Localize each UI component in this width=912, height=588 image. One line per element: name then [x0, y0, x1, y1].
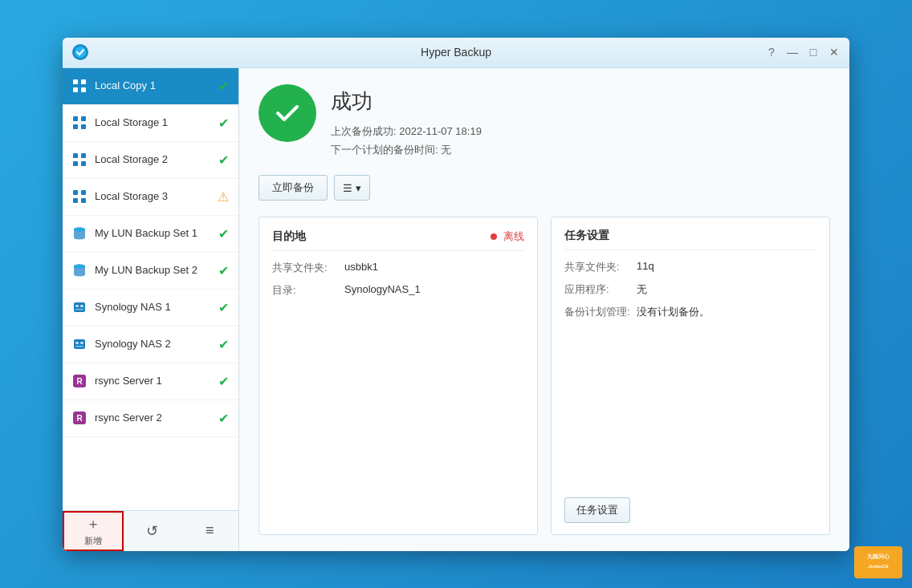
dir-value: SynologyNAS_1 — [344, 283, 421, 298]
svg-rect-25 — [75, 309, 83, 310]
share-value: usbbk1 — [344, 261, 378, 275]
svg-rect-15 — [81, 190, 86, 195]
backup-now-button[interactable]: 立即备份 — [259, 175, 328, 201]
status-icon-green: ✔ — [216, 374, 230, 388]
task-app-label: 应用程序: — [564, 282, 637, 297]
svg-rect-9 — [81, 124, 86, 129]
task-schedule-value: 没有计划备份。 — [637, 305, 710, 319]
sidebar-item-synology-nas-2[interactable]: Synology NAS 2 ✔ — [63, 326, 238, 363]
sidebar-item-local-storage-2[interactable]: Local Storage 2 ✔ — [63, 142, 238, 179]
history-icon: ↺ — [146, 522, 158, 540]
svg-rect-29 — [75, 346, 83, 347]
grid-icon — [71, 77, 88, 95]
main-content: Local Copy 1 ✔ Local Storage 1 ✔ — [63, 68, 849, 551]
last-backup-label: 上次备份成功: — [331, 125, 397, 137]
sidebar-item-label: My LUN Backup Set 2 — [95, 264, 216, 278]
task-panel: 任务设置 共享文件夹: 11q 应用程序: 无 备份计划管理: 没有计划备份。 … — [551, 217, 830, 534]
svg-rect-22 — [74, 302, 85, 312]
svg-rect-10 — [73, 153, 78, 158]
task-row-app: 应用程序: 无 — [564, 282, 816, 297]
svg-rect-2 — [73, 79, 78, 84]
svg-point-21 — [74, 265, 85, 269]
status-icon-green: ✔ — [216, 116, 230, 130]
status-icon-warning: ⚠ — [216, 189, 230, 204]
log-button[interactable]: ≡ — [181, 511, 238, 551]
success-info: 成功 上次备份成功: 2022-11-07 18:19 下一个计划的备份时间: … — [331, 84, 482, 160]
svg-rect-27 — [75, 342, 79, 344]
dropdown-arrow-icon: ▾ — [356, 182, 361, 194]
status-icon-green: ✔ — [216, 226, 230, 241]
app-window: Hyper Backup ? — □ ✕ Local Copy 1 — [63, 38, 849, 551]
sidebar-item-synology-nas-1[interactable]: Synology NAS 1 ✔ — [63, 290, 238, 326]
sidebar-item-local-copy-1[interactable]: Local Copy 1 ✔ — [63, 68, 238, 105]
cylinder-icon — [71, 262, 88, 279]
offline-dot — [491, 233, 497, 240]
grid-icon — [71, 114, 88, 132]
cylinder-icon — [71, 225, 88, 242]
titlebar: Hyper Backup ? — □ ✕ — [63, 38, 849, 68]
app-icon — [71, 43, 90, 62]
grid-icon — [71, 188, 88, 205]
svg-rect-6 — [73, 116, 78, 121]
svg-text:R: R — [76, 377, 83, 386]
window-title: Hyper Backup — [421, 46, 491, 59]
task-share-value: 11q — [637, 260, 654, 274]
right-panel: 成功 上次备份成功: 2022-11-07 18:19 下一个计划的备份时间: … — [239, 68, 849, 551]
plus-icon: ＋ — [86, 514, 100, 533]
svg-rect-14 — [73, 190, 78, 195]
sidebar-toolbar: ＋ 新增 ↺ ≡ — [63, 510, 238, 551]
sidebar-item-label: My LUN Backup Set 1 — [95, 227, 216, 241]
svg-rect-5 — [81, 87, 86, 92]
task-row-share: 共享文件夹: 11q — [564, 260, 816, 274]
svg-text:JiuHuCN: JiuHuCN — [868, 564, 888, 569]
task-panel-title: 任务设置 — [564, 229, 816, 250]
close-button[interactable]: ✕ — [827, 47, 841, 58]
next-backup-value: 无 — [441, 144, 451, 156]
success-meta: 上次备份成功: 2022-11-07 18:19 下一个计划的备份时间: 无 — [331, 122, 482, 160]
destination-header: 目的地 离线 — [272, 229, 524, 251]
sidebar-item-local-storage-1[interactable]: Local Storage 1 ✔ — [63, 105, 238, 142]
svg-text:R: R — [76, 414, 83, 423]
sidebar-item-rsync-server-2[interactable]: R rsync Server 2 ✔ — [63, 400, 238, 437]
task-row-schedule: 备份计划管理: 没有计划备份。 — [564, 305, 816, 319]
status-icon-green: ✔ — [216, 337, 230, 351]
menu-button[interactable]: ☰ ▾ — [334, 175, 370, 201]
add-label: 新增 — [84, 535, 102, 547]
add-backup-button[interactable]: ＋ 新增 — [63, 511, 124, 551]
svg-rect-7 — [81, 116, 86, 121]
success-title: 成功 — [331, 87, 482, 116]
watermark: 九狐问心 JiuHuCN — [854, 546, 902, 578]
task-share-label: 共享文件夹: — [564, 260, 637, 274]
log-icon: ≡ — [206, 522, 214, 539]
status-icon-green: ✔ — [216, 411, 230, 425]
sidebar-item-label: Synology NAS 2 — [95, 338, 216, 351]
svg-text:九狐问心: 九狐问心 — [866, 553, 890, 559]
svg-rect-12 — [73, 161, 78, 166]
sidebar-item-lun-backup-2[interactable]: My LUN Backup Set 2 ✔ — [63, 253, 238, 290]
svg-rect-11 — [81, 153, 86, 158]
sidebar-item-label: Local Storage 1 — [95, 116, 216, 130]
sidebar-item-lun-backup-1[interactable]: My LUN Backup Set 1 ✔ — [63, 216, 238, 253]
status-icon-green: ✔ — [216, 300, 230, 314]
sidebar-item-rsync-server-1[interactable]: R rsync Server 1 ✔ — [63, 363, 238, 400]
window-controls: ? — □ ✕ — [764, 47, 841, 58]
svg-rect-8 — [73, 124, 78, 129]
history-button[interactable]: ↺ — [124, 511, 181, 551]
offline-status: 离线 — [491, 229, 524, 244]
task-settings-button[interactable]: 任务设置 — [564, 497, 630, 523]
grid-icon — [71, 151, 88, 168]
minimize-button[interactable]: — — [785, 47, 800, 58]
help-button[interactable]: ? — [764, 47, 779, 58]
svg-point-19 — [74, 228, 85, 232]
nas-icon — [71, 298, 88, 316]
sidebar: Local Copy 1 ✔ Local Storage 1 ✔ — [63, 68, 239, 551]
nas-icon — [71, 335, 88, 353]
svg-rect-3 — [81, 79, 86, 84]
info-panels: 目的地 离线 共享文件夹: usbbk1 目录: SynologyNAS_1 — [259, 217, 830, 534]
sidebar-item-local-storage-3[interactable]: Local Storage 3 ⚠ — [63, 179, 238, 216]
maximize-button[interactable]: □ — [806, 47, 820, 58]
destination-row-share: 共享文件夹: usbbk1 — [272, 261, 524, 275]
offline-label: 离线 — [503, 230, 524, 242]
sidebar-item-label: rsync Server 2 — [95, 412, 216, 425]
rsync-icon: R — [71, 409, 88, 427]
